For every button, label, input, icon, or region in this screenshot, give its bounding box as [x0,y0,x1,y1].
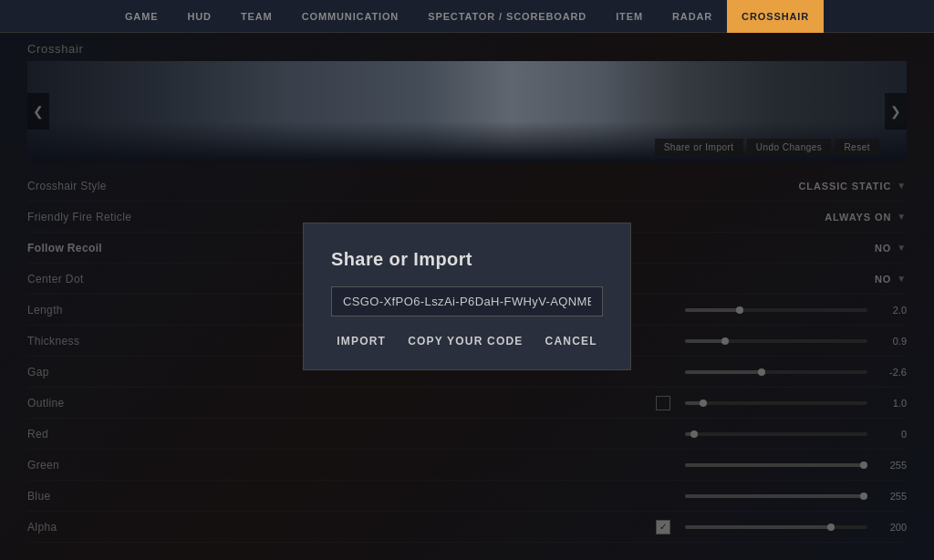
nav-item-item[interactable]: ITEM [601,0,658,33]
nav-item-game[interactable]: GAME [110,0,173,33]
crosshair-code-input[interactable] [331,286,603,316]
import-button[interactable]: IMPORT [337,335,386,347]
modal-title: Share or Import [331,249,603,270]
nav-item-team[interactable]: TEAM [226,0,287,33]
copy-your-code-button[interactable]: COPY YOUR CODE [408,335,523,347]
nav-item-crosshair[interactable]: CROSSHAIR [727,0,824,33]
nav-item-hud[interactable]: HUD [172,0,225,33]
modal-actions: IMPORT COPY YOUR CODE CANCEL [331,335,603,347]
modal-overlay: Share or Import IMPORT COPY YOUR CODE CA… [0,33,934,560]
main-content: Crosshair ❮ ❯ Share or Import Undo Chang… [0,33,934,560]
nav-item-spectator-scoreboard[interactable]: SPECTATOR / SCOREBOARD [413,0,601,33]
nav-item-communication[interactable]: COMMUNICATION [287,0,414,33]
cancel-button[interactable]: CANCEL [545,335,597,347]
nav-item-radar[interactable]: RADAR [658,0,727,33]
share-or-import-modal: Share or Import IMPORT COPY YOUR CODE CA… [303,223,631,370]
top-navigation: GAME HUD TEAM COMMUNICATION SPECTATOR / … [0,0,934,33]
